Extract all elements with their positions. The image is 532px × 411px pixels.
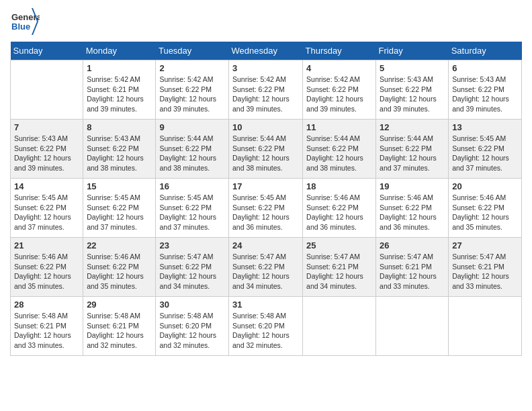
day-info: Sunrise: 5:48 AMSunset: 6:20 PMDaylight:… <box>159 311 225 351</box>
day-info: Sunrise: 5:48 AMSunset: 6:20 PMDaylight:… <box>232 311 299 351</box>
calendar-cell: 20Sunrise: 5:46 AMSunset: 6:22 PMDayligh… <box>449 179 522 238</box>
calendar-cell: 18Sunrise: 5:46 AMSunset: 6:22 PMDayligh… <box>303 179 376 238</box>
day-info: Sunrise: 5:45 AMSunset: 6:22 PMDaylight:… <box>14 193 79 232</box>
day-number: 27 <box>452 240 518 250</box>
day-number: 21 <box>14 240 79 250</box>
calendar-header-day: Friday <box>376 42 449 60</box>
calendar-body: 1Sunrise: 5:42 AMSunset: 6:21 PMDaylight… <box>11 60 522 356</box>
day-number: 8 <box>87 122 152 132</box>
day-info: Sunrise: 5:45 AMSunset: 6:22 PMDaylight:… <box>452 134 518 173</box>
logo-icon: General Blue <box>10 7 40 36</box>
day-number: 5 <box>380 63 445 73</box>
calendar-table: SundayMondayTuesdayWednesdayThursdayFrid… <box>10 42 522 356</box>
day-number: 29 <box>87 300 152 310</box>
calendar-cell: 21Sunrise: 5:46 AMSunset: 6:22 PMDayligh… <box>11 238 83 297</box>
calendar-cell: 16Sunrise: 5:45 AMSunset: 6:22 PMDayligh… <box>156 179 229 238</box>
calendar-header-day: Monday <box>83 42 156 60</box>
day-info: Sunrise: 5:47 AMSunset: 6:21 PMDaylight:… <box>306 252 372 291</box>
calendar-cell: 3Sunrise: 5:42 AMSunset: 6:22 PMDaylight… <box>229 60 303 120</box>
day-number: 11 <box>306 122 372 132</box>
calendar-cell: 22Sunrise: 5:46 AMSunset: 6:22 PMDayligh… <box>83 238 156 297</box>
calendar-cell <box>303 297 376 356</box>
day-info: Sunrise: 5:46 AMSunset: 6:22 PMDaylight:… <box>452 193 518 232</box>
day-number: 1 <box>87 63 152 73</box>
calendar-cell: 23Sunrise: 5:47 AMSunset: 6:22 PMDayligh… <box>156 238 229 297</box>
day-number: 23 <box>159 240 225 250</box>
header: General Blue <box>10 7 522 36</box>
logo: General Blue <box>10 7 40 36</box>
day-info: Sunrise: 5:45 AMSunset: 6:22 PMDaylight:… <box>159 193 225 232</box>
day-number: 14 <box>14 181 79 191</box>
day-number: 6 <box>452 63 518 73</box>
calendar-cell: 8Sunrise: 5:43 AMSunset: 6:22 PMDaylight… <box>83 120 156 179</box>
calendar-week-row: 21Sunrise: 5:46 AMSunset: 6:22 PMDayligh… <box>11 238 522 297</box>
calendar-cell: 6Sunrise: 5:43 AMSunset: 6:22 PMDaylight… <box>449 60 522 120</box>
calendar-cell: 1Sunrise: 5:42 AMSunset: 6:21 PMDaylight… <box>83 60 156 120</box>
calendar-cell: 28Sunrise: 5:48 AMSunset: 6:21 PMDayligh… <box>11 297 83 356</box>
calendar-cell: 24Sunrise: 5:47 AMSunset: 6:22 PMDayligh… <box>229 238 303 297</box>
day-info: Sunrise: 5:42 AMSunset: 6:22 PMDaylight:… <box>306 75 372 114</box>
day-info: Sunrise: 5:45 AMSunset: 6:22 PMDaylight:… <box>87 193 152 232</box>
calendar-cell: 5Sunrise: 5:43 AMSunset: 6:22 PMDaylight… <box>376 60 449 120</box>
day-info: Sunrise: 5:42 AMSunset: 6:22 PMDaylight:… <box>232 75 299 114</box>
calendar-cell <box>11 60 83 120</box>
page-container: General Blue SundayMondayTuesdayWednesda… <box>10 7 522 356</box>
day-number: 17 <box>232 181 299 191</box>
day-number: 20 <box>452 181 518 191</box>
day-info: Sunrise: 5:44 AMSunset: 6:22 PMDaylight:… <box>232 134 299 173</box>
day-info: Sunrise: 5:44 AMSunset: 6:22 PMDaylight:… <box>306 134 372 173</box>
day-info: Sunrise: 5:42 AMSunset: 6:21 PMDaylight:… <box>87 75 152 114</box>
calendar-cell: 4Sunrise: 5:42 AMSunset: 6:22 PMDaylight… <box>303 60 376 120</box>
day-info: Sunrise: 5:46 AMSunset: 6:22 PMDaylight:… <box>14 252 79 291</box>
day-info: Sunrise: 5:47 AMSunset: 6:22 PMDaylight:… <box>159 252 225 291</box>
calendar-cell: 30Sunrise: 5:48 AMSunset: 6:20 PMDayligh… <box>156 297 229 356</box>
day-number: 31 <box>232 300 299 310</box>
day-number: 10 <box>232 122 299 132</box>
calendar-week-row: 7Sunrise: 5:43 AMSunset: 6:22 PMDaylight… <box>11 120 522 179</box>
day-info: Sunrise: 5:43 AMSunset: 6:22 PMDaylight:… <box>87 134 152 173</box>
calendar-header-day: Thursday <box>303 42 376 60</box>
day-number: 13 <box>452 122 518 132</box>
day-info: Sunrise: 5:47 AMSunset: 6:21 PMDaylight:… <box>452 252 518 291</box>
day-number: 2 <box>159 63 225 73</box>
day-info: Sunrise: 5:42 AMSunset: 6:22 PMDaylight:… <box>159 75 225 114</box>
calendar-cell: 26Sunrise: 5:47 AMSunset: 6:21 PMDayligh… <box>376 238 449 297</box>
calendar-cell: 29Sunrise: 5:48 AMSunset: 6:21 PMDayligh… <box>83 297 156 356</box>
day-info: Sunrise: 5:48 AMSunset: 6:21 PMDaylight:… <box>14 311 79 351</box>
calendar-header-day: Wednesday <box>229 42 303 60</box>
day-info: Sunrise: 5:45 AMSunset: 6:22 PMDaylight:… <box>232 193 299 232</box>
day-number: 26 <box>380 240 445 250</box>
calendar-week-row: 1Sunrise: 5:42 AMSunset: 6:21 PMDaylight… <box>11 60 522 120</box>
day-info: Sunrise: 5:46 AMSunset: 6:22 PMDaylight:… <box>380 193 445 232</box>
calendar-week-row: 28Sunrise: 5:48 AMSunset: 6:21 PMDayligh… <box>11 297 522 356</box>
calendar-cell: 17Sunrise: 5:45 AMSunset: 6:22 PMDayligh… <box>229 179 303 238</box>
calendar-cell: 12Sunrise: 5:44 AMSunset: 6:22 PMDayligh… <box>376 120 449 179</box>
day-number: 16 <box>159 181 225 191</box>
day-number: 19 <box>380 181 445 191</box>
day-number: 4 <box>306 63 372 73</box>
day-info: Sunrise: 5:44 AMSunset: 6:22 PMDaylight:… <box>159 134 225 173</box>
calendar-cell: 7Sunrise: 5:43 AMSunset: 6:22 PMDaylight… <box>11 120 83 179</box>
calendar-cell: 11Sunrise: 5:44 AMSunset: 6:22 PMDayligh… <box>303 120 376 179</box>
svg-text:Blue: Blue <box>11 21 30 32</box>
calendar-cell <box>449 297 522 356</box>
day-info: Sunrise: 5:44 AMSunset: 6:22 PMDaylight:… <box>380 134 445 173</box>
day-info: Sunrise: 5:43 AMSunset: 6:22 PMDaylight:… <box>380 75 445 114</box>
calendar-cell: 9Sunrise: 5:44 AMSunset: 6:22 PMDaylight… <box>156 120 229 179</box>
day-number: 3 <box>232 63 299 73</box>
day-number: 12 <box>380 122 445 132</box>
day-info: Sunrise: 5:46 AMSunset: 6:22 PMDaylight:… <box>87 252 152 291</box>
calendar-cell: 27Sunrise: 5:47 AMSunset: 6:21 PMDayligh… <box>449 238 522 297</box>
calendar-header-day: Saturday <box>449 42 522 60</box>
day-number: 18 <box>306 181 372 191</box>
day-number: 22 <box>87 240 152 250</box>
calendar-header-day: Sunday <box>11 42 83 60</box>
day-number: 28 <box>14 300 79 310</box>
day-number: 15 <box>87 181 152 191</box>
calendar-cell: 19Sunrise: 5:46 AMSunset: 6:22 PMDayligh… <box>376 179 449 238</box>
calendar-header-row: SundayMondayTuesdayWednesdayThursdayFrid… <box>11 42 522 60</box>
day-info: Sunrise: 5:47 AMSunset: 6:21 PMDaylight:… <box>380 252 445 291</box>
day-info: Sunrise: 5:43 AMSunset: 6:22 PMDaylight:… <box>452 75 518 114</box>
calendar-cell: 2Sunrise: 5:42 AMSunset: 6:22 PMDaylight… <box>156 60 229 120</box>
calendar-header-day: Tuesday <box>156 42 229 60</box>
